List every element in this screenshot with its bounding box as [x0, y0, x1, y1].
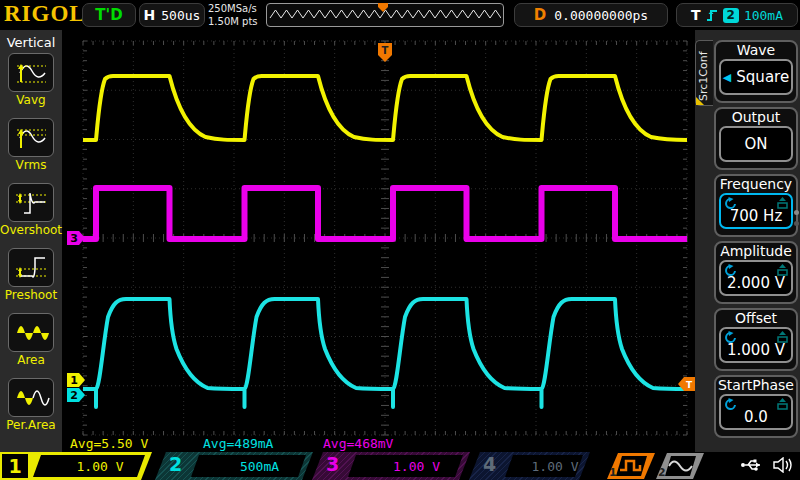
- channel-3-scale: 1.00 V: [393, 459, 440, 474]
- keypad-input-icon: [777, 197, 788, 209]
- menu-item-wave[interactable]: Wave ◀ Square: [714, 40, 798, 103]
- wave-value: Square: [736, 68, 789, 86]
- channel-1-number: 1: [2, 454, 28, 478]
- left-menu-title: Vertical: [0, 30, 62, 50]
- left-menu-panel: Vertical Vavg: [0, 30, 62, 452]
- horizontal-timebase-control[interactable]: H 500us: [139, 3, 205, 27]
- menu-item-label: Area: [17, 353, 45, 367]
- trigger-readout[interactable]: T 2 100mA: [676, 3, 798, 27]
- trigger-label: T: [691, 7, 701, 23]
- sine-wave-icon: [668, 459, 694, 473]
- timebase-label: H: [144, 7, 156, 23]
- channel-3-number: 3: [326, 453, 339, 475]
- knob-icon: [724, 330, 738, 344]
- area-icon: [8, 313, 54, 352]
- menu-item-period-area[interactable]: Per.Area: [0, 375, 62, 440]
- keypad-input-icon: [777, 331, 788, 343]
- delay-value: 0.00000000ps: [554, 8, 648, 23]
- source-2-indicator[interactable]: 2: [656, 453, 704, 479]
- measurement-ch1-avg: Avg=5.50 V: [70, 436, 148, 451]
- overshoot-icon: [8, 183, 54, 222]
- knob-icon: [724, 263, 738, 277]
- menu-item-label: Per.Area: [6, 418, 55, 432]
- channel-4-number: 4: [483, 453, 496, 475]
- keypad-input-icon: [777, 264, 788, 276]
- trigger-level-value: 100mA: [744, 8, 783, 23]
- channel-1-status[interactable]: 1 1.00 V: [0, 452, 152, 480]
- bottom-status-bar: 1 1.00 V 2 500mA 3 1.00 V 4 1.00 V 1: [0, 452, 800, 480]
- source1-config-tab[interactable]: Src1Conf: [695, 40, 713, 106]
- channel-1-scale: 1.00 V: [77, 459, 124, 474]
- output-value: ON: [744, 135, 767, 153]
- oscilloscope-screen: RIGOL T'D H 500us 250MSa/s 1.50M pts D 0…: [0, 0, 800, 480]
- vrms-icon: [8, 118, 54, 157]
- pulse-wave-icon: [619, 459, 645, 473]
- menu-item-frequency[interactable]: Frequency 700 Hz: [714, 174, 798, 237]
- preshoot-icon: [8, 248, 54, 287]
- sample-rate: 250MSa/s: [208, 2, 264, 15]
- period-area-icon: [8, 378, 54, 417]
- menu-item-startphase[interactable]: StartPhase 0.0: [714, 375, 798, 438]
- rising-edge-icon: [706, 8, 718, 22]
- trigger-source-badge: 2: [723, 8, 739, 23]
- menu-item-vrms[interactable]: Vrms: [0, 115, 62, 180]
- menu-item-area[interactable]: Area: [0, 310, 62, 375]
- source-1-indicator[interactable]: 1: [607, 453, 655, 479]
- memory-depth: 1.50M pts: [208, 15, 264, 28]
- channel-3-status[interactable]: 3 1.00 V: [312, 452, 470, 480]
- menu-item-offset[interactable]: Offset 1.000 V: [714, 308, 798, 371]
- speaker-icon: [773, 457, 793, 473]
- rigol-logo: RIGOL: [4, 1, 86, 27]
- menu-item-amplitude[interactable]: Amplitude 2.000 V: [714, 241, 798, 304]
- menu-item-preshoot[interactable]: Preshoot: [0, 245, 62, 310]
- channel-2-status[interactable]: 2 500mA: [155, 452, 313, 480]
- channel-4-scale: 1.00 V: [532, 459, 579, 474]
- right-menu-page-dots: [794, 210, 799, 226]
- left-arrow-icon: ◀: [723, 71, 731, 84]
- menu-item-label: Overshoot: [0, 223, 62, 237]
- menu-item-label: Vavg: [16, 93, 45, 107]
- delay-label: D: [534, 6, 546, 24]
- menu-item-label: Preshoot: [5, 288, 57, 302]
- measurement-ch3-avg: Avg=468mV: [323, 436, 393, 451]
- knob-icon: [724, 397, 738, 411]
- trigger-status-text: T'D: [95, 6, 122, 24]
- menu-item-overshoot[interactable]: Overshoot: [0, 180, 62, 245]
- delay-readout[interactable]: D 0.00000000ps: [514, 3, 668, 27]
- timebase-value: 500us: [161, 8, 200, 23]
- top-bar: RIGOL T'D H 500us 250MSa/s 1.50M pts D 0…: [0, 0, 800, 30]
- measurement-ch2-avg: Avg=489mA: [203, 436, 273, 451]
- channel-2-number: 2: [169, 453, 182, 475]
- channel-4-status[interactable]: 4 1.00 V: [469, 452, 590, 480]
- vavg-icon: [8, 53, 54, 92]
- keypad-input-icon: [777, 398, 788, 410]
- channel-2-scale: 500mA: [240, 459, 279, 474]
- usb-icon: [740, 457, 764, 473]
- menu-item-output[interactable]: Output ON: [714, 107, 798, 170]
- menu-item-vavg[interactable]: Vavg: [0, 50, 62, 115]
- startphase-value: 0.0: [744, 398, 768, 426]
- menu-item-label: Vrms: [16, 158, 47, 172]
- waveform-display-area: [62, 30, 695, 452]
- knob-icon: [724, 196, 738, 210]
- trigger-status-badge[interactable]: T'D: [82, 3, 136, 27]
- acquisition-info: 250MSa/s 1.50M pts: [208, 2, 264, 28]
